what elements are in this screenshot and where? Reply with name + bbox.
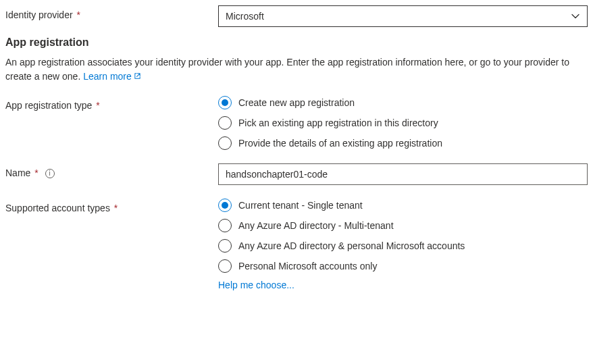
radio-icon [218, 259, 232, 273]
radio-icon [218, 239, 232, 253]
identity-provider-value: Microsoft [226, 11, 264, 22]
name-input[interactable] [218, 163, 588, 185]
identity-provider-label: Identity provider [5, 9, 73, 20]
radio-icon [218, 136, 232, 150]
registration-type-label: App registration type [5, 100, 92, 111]
chevron-down-icon [571, 11, 580, 21]
radio-label: Provide the details of an existing app r… [238, 138, 442, 149]
radio-icon [218, 116, 232, 130]
info-icon[interactable]: i [45, 169, 55, 178]
radio-label: Current tenant - Single tenant [238, 200, 363, 211]
radio-label: Personal Microsoft accounts only [238, 261, 377, 271]
required-asterisk: * [96, 100, 99, 111]
identity-provider-dropdown[interactable]: Microsoft [218, 5, 588, 27]
radio-single-tenant[interactable]: Current tenant - Single tenant [218, 199, 588, 212]
account-types-radio-group: Current tenant - Single tenant Any Azure… [218, 199, 588, 273]
radio-icon [218, 219, 232, 232]
required-asterisk: * [34, 167, 38, 178]
required-asterisk: * [77, 9, 80, 20]
radio-multi-personal[interactable]: Any Azure AD directory & personal Micros… [218, 239, 588, 253]
radio-provide-details[interactable]: Provide the details of an existing app r… [218, 136, 588, 150]
learn-more-link[interactable]: Learn more [83, 71, 141, 82]
radio-icon [218, 199, 232, 212]
external-link-icon [134, 70, 141, 77]
radio-multi-tenant[interactable]: Any Azure AD directory - Multi-tenant [218, 219, 588, 232]
registration-type-radio-group: Create new app registration Pick an exis… [218, 96, 588, 150]
radio-label: Pick an existing app registration in thi… [238, 118, 438, 128]
radio-create-new[interactable]: Create new app registration [218, 96, 588, 109]
account-types-label: Supported account types [5, 203, 110, 213]
name-label: Name [5, 167, 30, 178]
radio-personal-only[interactable]: Personal Microsoft accounts only [218, 259, 588, 273]
required-asterisk: * [114, 203, 118, 213]
radio-icon [218, 96, 232, 109]
radio-label: Create new app registration [238, 97, 355, 108]
learn-more-text: Learn more [83, 71, 132, 82]
app-registration-description: An app registration associates your iden… [5, 55, 588, 84]
radio-label: Any Azure AD directory & personal Micros… [238, 240, 465, 251]
radio-label: Any Azure AD directory - Multi-tenant [238, 220, 394, 231]
app-registration-heading: App registration [5, 36, 588, 49]
help-me-choose-link[interactable]: Help me choose... [218, 280, 294, 290]
radio-pick-existing[interactable]: Pick an existing app registration in thi… [218, 116, 588, 130]
